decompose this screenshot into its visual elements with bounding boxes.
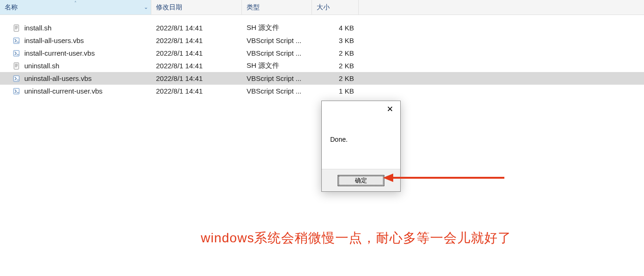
annotation-text: windows系统会稍微慢一点，耐心多等一会儿就好了: [201, 229, 511, 247]
column-header-label: 名称: [5, 3, 18, 12]
sh-file-icon: [13, 24, 21, 32]
file-size: 3 KB: [312, 36, 359, 44]
file-row[interactable]: install.sh2022/8/1 14:41SH 源文件4 KB: [0, 22, 644, 34]
file-name-cell: uninstall-all-users.vbs: [0, 74, 151, 82]
column-header-label: 修改日期: [156, 3, 182, 12]
file-list: install.sh2022/8/1 14:41SH 源文件4 KBinstal…: [0, 15, 644, 97]
file-size: 4 KB: [312, 24, 359, 32]
vbs-file-icon: [13, 37, 21, 44]
file-type: VBScript Script ...: [242, 74, 312, 82]
file-size: 2 KB: [312, 62, 359, 70]
dialog-titlebar: ✕: [322, 101, 400, 117]
file-type: SH 源文件: [242, 61, 312, 70]
column-header-type[interactable]: 类型: [242, 0, 312, 15]
column-header-row: ˄ 名称 ⌄ 修改日期 类型 大小: [0, 0, 644, 15]
vbs-file-icon: [13, 75, 21, 82]
file-name: install.sh: [24, 24, 51, 32]
file-name-cell: uninstall.sh: [0, 62, 151, 70]
file-date: 2022/8/1 14:41: [151, 87, 242, 95]
file-type: SH 源文件: [242, 23, 312, 32]
file-row[interactable]: uninstall.sh2022/8/1 14:41SH 源文件2 KB: [0, 59, 644, 72]
file-name: uninstall-all-users.vbs: [24, 74, 92, 82]
file-date: 2022/8/1 14:41: [151, 24, 242, 32]
file-date: 2022/8/1 14:41: [151, 62, 242, 70]
file-row[interactable]: uninstall-all-users.vbs2022/8/1 14:41VBS…: [0, 72, 644, 85]
file-row[interactable]: uninstall-current-user.vbs2022/8/1 14:41…: [0, 85, 644, 97]
sh-file-icon: [13, 62, 21, 70]
file-type: VBScript Script ...: [242, 49, 312, 57]
chevron-down-icon[interactable]: ⌄: [144, 4, 148, 10]
file-name: install-current-user.vbs: [24, 49, 95, 57]
file-size: 2 KB: [312, 74, 359, 82]
file-date: 2022/8/1 14:41: [151, 36, 242, 44]
file-row[interactable]: install-current-user.vbs2022/8/1 14:41VB…: [0, 47, 644, 59]
file-size: 1 KB: [312, 87, 359, 95]
file-size: 2 KB: [312, 49, 359, 57]
column-header-label: 类型: [247, 3, 260, 12]
vbs-file-icon: [13, 50, 21, 57]
column-header-name[interactable]: ˄ 名称 ⌄: [0, 0, 151, 15]
file-date: 2022/8/1 14:41: [151, 49, 242, 57]
close-icon[interactable]: ✕: [383, 102, 396, 116]
column-header-date[interactable]: 修改日期: [151, 0, 242, 15]
file-type: VBScript Script ...: [242, 87, 312, 95]
file-name-cell: install-all-users.vbs: [0, 36, 151, 44]
file-name: uninstall.sh: [24, 62, 59, 70]
file-name-cell: uninstall-current-user.vbs: [0, 87, 151, 95]
sort-asc-icon: ˄: [74, 0, 77, 6]
column-header-label: 大小: [317, 3, 330, 12]
column-header-size[interactable]: 大小: [312, 0, 359, 15]
vbs-file-icon: [13, 87, 21, 95]
file-name-cell: install.sh: [0, 24, 151, 32]
dialog-footer: 确定: [322, 169, 400, 191]
file-name: uninstall-current-user.vbs: [24, 87, 103, 95]
done-dialog: ✕ Done. 确定: [321, 101, 401, 192]
file-type: VBScript Script ...: [242, 36, 312, 44]
annotation-arrow-icon: [383, 172, 504, 184]
file-date: 2022/8/1 14:41: [151, 74, 242, 82]
file-name-cell: install-current-user.vbs: [0, 49, 151, 57]
dialog-message: Done.: [322, 117, 400, 169]
file-row[interactable]: install-all-users.vbs2022/8/1 14:41VBScr…: [0, 34, 644, 47]
file-name: install-all-users.vbs: [24, 36, 84, 44]
ok-button[interactable]: 确定: [338, 175, 384, 186]
